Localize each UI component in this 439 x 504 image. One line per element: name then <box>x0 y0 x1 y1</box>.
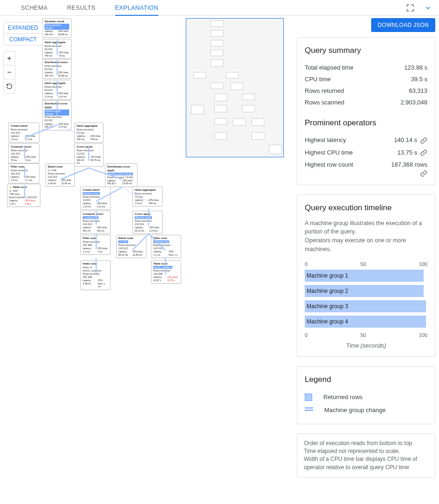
link-icon[interactable] <box>420 149 427 156</box>
timeline-bar: Machine group 1 <box>305 270 424 282</box>
highest-latency-label: Highest latency <box>305 136 346 144</box>
query-summary-card: Query summary Total elapsed time123.98 s… <box>297 37 435 185</box>
link-icon[interactable] <box>420 137 427 144</box>
query-summary-title: Query summary <box>305 46 427 55</box>
highest-rows-label: Highest row count <box>305 161 353 168</box>
timeline-title: Query execution timeline <box>305 203 427 213</box>
rows-returned-value: 63,313 <box>409 87 427 94</box>
tab-results[interactable]: RESULTS <box>67 0 95 16</box>
timeline-row: Machine group 1 <box>305 270 427 284</box>
legend-swatch-rows <box>305 394 312 401</box>
zoom-controls: + − <box>3 51 15 94</box>
timeline-bar: Machine group 3 <box>305 300 426 312</box>
query-plan-graph[interactable]: Serialize resultRows returned: 63,313Lat… <box>0 16 295 504</box>
rows-scanned-value: 2,903,048 <box>400 99 427 106</box>
legend-label: Returned rows <box>323 394 363 401</box>
fullscreen-icon[interactable] <box>406 3 415 13</box>
legend-card: Legend Returned rows Machine group chang… <box>297 366 435 424</box>
timeline-row: Machine group 3 <box>305 300 427 314</box>
timeline-desc: A machine group illustrates the executio… <box>305 219 427 254</box>
top-tabs: SCHEMA RESULTS EXPLANATION <box>0 0 439 16</box>
prominent-title: Prominent operators <box>305 118 427 128</box>
highest-latency-value: 140.14 s <box>394 136 417 143</box>
zoom-in-button[interactable]: + <box>4 52 15 65</box>
view-compact[interactable]: COMPACT <box>4 34 42 45</box>
rows-returned-label: Rows returned <box>305 87 344 94</box>
total-elapsed-label: Total elapsed time <box>305 64 354 71</box>
legend-label: Machine group change <box>324 407 386 414</box>
legend-title: Legend <box>305 375 427 384</box>
tab-explanation[interactable]: EXPLANATION <box>115 0 158 16</box>
rows-scanned-label: Rows scanned <box>305 99 344 106</box>
highest-cpu-value: 13.75 s <box>397 149 417 156</box>
timeline-bars: Machine group 1Machine group 2Machine gr… <box>305 270 427 330</box>
timeline-row: Machine group 2 <box>305 285 427 299</box>
view-expanded[interactable]: EXPANDED <box>4 22 42 34</box>
timeline-bar: Machine group 4 <box>305 316 426 328</box>
view-toggle: EXPANDED COMPACT <box>3 22 43 45</box>
link-icon[interactable] <box>420 170 427 177</box>
download-json-button[interactable]: DOWNLOAD JSON <box>371 18 435 32</box>
zoom-out-button[interactable]: − <box>4 65 15 79</box>
highest-rows-value: 187,368 rows <box>391 161 427 168</box>
timeline-caption: Time (seconds) <box>305 342 427 349</box>
cpu-time-value: 39.5 s <box>411 76 427 83</box>
timeline-row: Machine group 4 <box>305 316 427 330</box>
highest-cpu-label: Highest CPU time <box>305 149 353 157</box>
zoom-reset-button[interactable] <box>4 79 15 93</box>
legend-swatch-group <box>305 407 313 412</box>
timeline-card: Query execution timeline A machine group… <box>297 194 435 357</box>
timeline-bar: Machine group 2 <box>305 285 424 297</box>
total-elapsed-value: 123.98 s <box>404 64 427 71</box>
tab-schema[interactable]: SCHEMA <box>21 0 47 16</box>
footnote: Order of execution reads from bottom to … <box>297 433 435 478</box>
cpu-time-label: CPU time <box>305 76 331 83</box>
chevron-down-icon[interactable] <box>423 3 432 13</box>
